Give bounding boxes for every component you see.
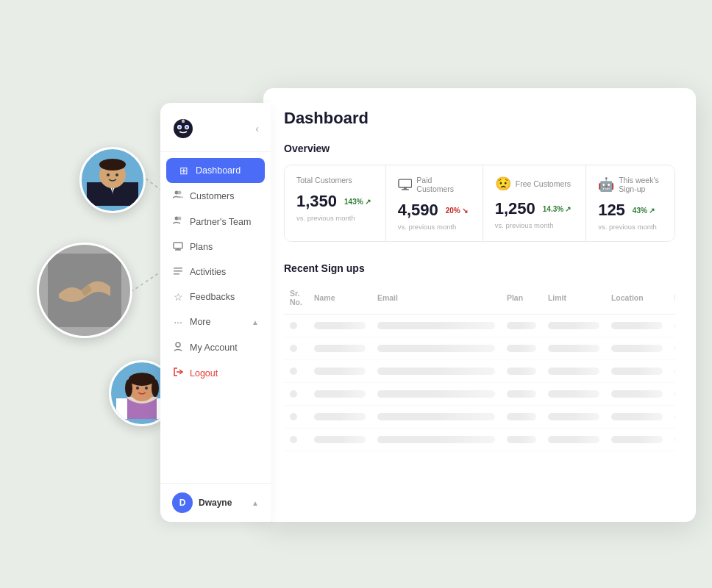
table-row (284, 429, 675, 451)
more-chevron-icon: ▲ (252, 318, 259, 326)
svg-point-7 (99, 159, 126, 171)
svg-point-18 (145, 387, 148, 390)
logout-label: Logout (190, 368, 218, 379)
avatar-man (79, 147, 146, 213)
stat-label: Total Customers (296, 176, 352, 184)
collapse-button[interactable]: ‹ (255, 123, 259, 135)
more-icon: ··· (172, 316, 184, 328)
stat-total-customers: Total Customers 1,350 143% ↗ vs. previou… (285, 165, 386, 241)
stat-badge: 14.3% ↗ (540, 204, 574, 215)
svg-point-17 (136, 387, 139, 390)
scene: ‹ ⊞ Dashboard Customers Partner's Team (0, 0, 712, 588)
stat-sub: vs. previous month (495, 221, 574, 229)
sidebar-item-activities[interactable]: Activities (160, 259, 271, 284)
stat-value: 125 43% ↗ (598, 201, 663, 220)
sidebar-item-partners-team[interactable]: Partner's Team (160, 209, 271, 234)
sidebar-item-more[interactable]: ··· More ▲ (160, 309, 271, 334)
stat-label: Free Customers (516, 179, 571, 188)
table-row (284, 315, 675, 337)
dashboard-panel: Dashboard Overview Total Customers 1,350… (263, 88, 696, 522)
stats-row: Total Customers 1,350 143% ↗ vs. previou… (284, 165, 675, 242)
partners-icon (172, 215, 184, 228)
sidebar-item-label: Feedbacks (190, 292, 235, 302)
sidebar-item-customers[interactable]: Customers (160, 183, 271, 209)
svg-point-29 (178, 217, 182, 220)
feedbacks-icon: ☆ (172, 291, 184, 303)
sidebar-item-label: Dashboard (196, 165, 241, 176)
svg-line-1 (131, 272, 160, 292)
col-name: Name (308, 284, 371, 315)
stat-weekly-signups: 🤖 This week's Sign-up 125 43% ↗ vs. prev… (586, 165, 674, 241)
recent-signups-section: Recent Sign ups Sr. No. Name Email Plan … (284, 262, 675, 451)
svg-point-22 (179, 126, 181, 129)
sidebar-item-label: Customers (190, 191, 234, 201)
stat-value: 4,590 20% ↘ (398, 201, 471, 220)
svg-rect-38 (399, 179, 412, 187)
col-sr-no: Sr. No. (284, 284, 308, 315)
monitor-icon (398, 179, 413, 190)
stat-badge: 143% ↗ (341, 196, 374, 207)
stat-value: 1,250 14.3% ↗ (495, 199, 574, 218)
table-row (284, 383, 675, 406)
recent-signups-title: Recent Sign ups (284, 262, 675, 274)
col-email: Email (371, 284, 501, 315)
col-limit: Limit (542, 284, 605, 315)
col-plan: Plan (501, 284, 542, 315)
sidebar-item-label: Partner's Team (190, 217, 251, 227)
sidebar: ‹ ⊞ Dashboard Customers Partner's Team (160, 103, 271, 522)
svg-point-16 (152, 379, 159, 397)
user-avatar: D (172, 492, 193, 513)
sidebar-footer: D Dwayne ▲ (160, 483, 271, 522)
svg-point-36 (176, 343, 180, 347)
table-row (284, 406, 675, 429)
svg-rect-39 (404, 187, 407, 189)
overview-section: Overview Total Customers 1,350 143% ↗ (284, 143, 675, 242)
stat-label: Paid Customers (416, 176, 470, 193)
stat-badge: 43% ↗ (630, 205, 658, 216)
sidebar-item-dashboard[interactable]: ⊞ Dashboard (166, 158, 265, 183)
svg-rect-30 (174, 243, 182, 248)
sidebar-item-label: My Account (190, 343, 238, 353)
svg-point-8 (107, 173, 110, 176)
stat-label: This week's Sign-up (619, 176, 663, 193)
stat-paid-customers: Paid Customers 4,590 20% ↘ vs. previous … (386, 165, 483, 241)
svg-rect-34 (174, 270, 182, 272)
sidebar-header: ‹ (160, 103, 271, 152)
dashboard-title: Dashboard (284, 109, 675, 128)
stat-free-customers: 😟 Free Customers 1,250 14.3% ↗ vs. previ… (483, 165, 586, 241)
sidebar-item-label: More (190, 317, 210, 327)
sidebar-item-label: Plans (190, 242, 213, 252)
sidebar-item-plans[interactable]: Plans (160, 234, 271, 259)
robot-icon: 🤖 (598, 176, 614, 193)
stat-value: 1,350 143% ↗ (296, 192, 374, 211)
stat-sub: vs. previous month (398, 223, 471, 231)
stat-sub: vs. previous month (598, 223, 663, 231)
table-row (284, 360, 675, 383)
avatar-handshake (37, 243, 132, 338)
svg-point-14 (129, 373, 155, 386)
table-header-row: Sr. No. Name Email Plan Limit Location L… (284, 284, 675, 315)
svg-point-23 (186, 126, 188, 129)
plans-icon (172, 241, 184, 253)
svg-rect-25 (183, 118, 184, 121)
table-body (284, 315, 675, 451)
dashboard-icon: ⊞ (178, 165, 190, 176)
col-location: Location (605, 284, 669, 315)
svg-point-15 (125, 379, 132, 397)
emoji-icon: 😟 (495, 176, 511, 192)
svg-rect-33 (174, 268, 182, 269)
signups-table-container: Sr. No. Name Email Plan Limit Location L… (284, 284, 675, 451)
logo-icon (172, 118, 194, 140)
svg-point-9 (115, 173, 118, 176)
col-last-login: Last Login (669, 284, 675, 315)
sidebar-nav: ⊞ Dashboard Customers Partner's Team (160, 152, 271, 483)
sidebar-item-feedbacks[interactable]: ☆ Feedbacks (160, 284, 271, 309)
sidebar-item-logout[interactable]: Logout (160, 360, 271, 386)
logout-icon (172, 367, 184, 379)
stat-sub: vs. previous month (296, 214, 374, 222)
customers-icon (172, 190, 184, 202)
stat-badge: 20% ↘ (443, 205, 471, 216)
activities-icon (172, 266, 184, 278)
sidebar-item-my-account[interactable]: My Account (160, 334, 271, 360)
table-row (284, 337, 675, 360)
